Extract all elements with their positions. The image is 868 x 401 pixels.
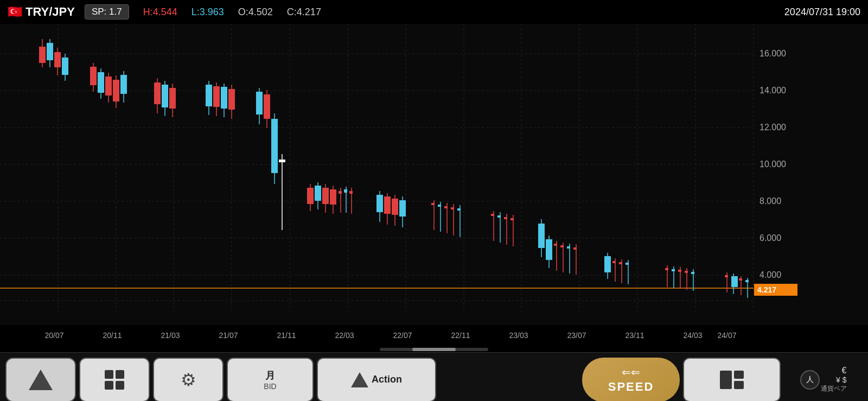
open-value: O:4.502 [238, 7, 273, 18]
svg-rect-69 [279, 160, 285, 162]
svg-text:24/03: 24/03 [683, 331, 702, 340]
up-arrow-icon [29, 370, 53, 390]
svg-rect-89 [392, 199, 398, 215]
svg-rect-139 [691, 272, 694, 274]
chart-container: 16.000 14.000 12.000 10.000 8.000 6.000 … [0, 24, 868, 325]
svg-rect-95 [438, 205, 441, 207]
svg-rect-111 [538, 224, 545, 248]
grid-cell [116, 370, 124, 379]
svg-rect-35 [54, 52, 61, 67]
svg-rect-119 [567, 246, 570, 249]
svg-rect-145 [739, 278, 742, 281]
scroll-thumb[interactable] [412, 348, 456, 351]
svg-rect-127 [619, 262, 622, 264]
svg-rect-125 [612, 261, 616, 263]
svg-rect-67 [271, 119, 278, 173]
svg-rect-57 [213, 86, 220, 107]
svg-rect-103 [491, 214, 494, 216]
svg-rect-135 [678, 270, 681, 272]
svg-text:20/11: 20/11 [103, 331, 122, 340]
currency-symbols: ¥ $ [836, 375, 846, 384]
svg-text:4.000: 4.000 [760, 270, 781, 279]
layout-button[interactable] [683, 358, 781, 402]
svg-rect-143 [731, 276, 738, 287]
svg-rect-45 [113, 80, 119, 101]
svg-text:22/11: 22/11 [451, 331, 470, 340]
svg-text:10.000: 10.000 [760, 160, 786, 169]
svg-rect-131 [665, 268, 668, 270]
svg-rect-43 [105, 77, 112, 96]
svg-rect-37 [62, 58, 68, 75]
grid-button[interactable] [79, 358, 150, 402]
svg-rect-141 [725, 275, 728, 277]
svg-rect-83 [349, 191, 353, 194]
chart-svg: 16.000 14.000 12.000 10.000 8.000 6.000 … [0, 24, 868, 325]
speed-label: SPEED [608, 380, 654, 394]
grid-icon [105, 370, 124, 390]
low-value: L:3.963 [192, 7, 224, 18]
svg-text:4.217: 4.217 [757, 285, 776, 294]
svg-rect-79 [339, 191, 342, 194]
svg-rect-53 [169, 88, 176, 109]
grid-cell [105, 370, 113, 379]
svg-rect-59 [221, 87, 227, 109]
svg-text:14.000: 14.000 [760, 86, 786, 95]
layout-icon [720, 371, 744, 389]
currency-euro: € [842, 366, 847, 375]
svg-text:21/11: 21/11 [277, 331, 296, 340]
svg-rect-113 [546, 239, 552, 260]
header: 🇹🇷 TRY/JPY SP: 1.7 H:4.544 L:3.963 O:4.5… [0, 0, 868, 24]
svg-rect-75 [322, 188, 329, 204]
svg-rect-105 [497, 215, 501, 218]
gear-icon: ⚙ [181, 370, 196, 390]
toolbar: ⚙ 月 BID Action ⇐⇐ SPEED 人 [0, 352, 868, 401]
currency-pair-button[interactable]: 人 € ¥ $ 通貨ペア [784, 358, 863, 402]
svg-rect-39 [90, 67, 97, 85]
svg-rect-41 [98, 72, 104, 93]
svg-rect-85 [376, 195, 383, 212]
svg-text:20/07: 20/07 [44, 331, 63, 340]
svg-text:21/03: 21/03 [161, 331, 180, 340]
svg-text:8.000: 8.000 [760, 196, 781, 206]
settings-button[interactable]: ⚙ [153, 358, 224, 402]
svg-text:6.000: 6.000 [760, 233, 781, 243]
svg-rect-65 [264, 94, 270, 119]
svg-rect-115 [554, 244, 557, 246]
up-button[interactable] [5, 358, 76, 402]
grid-cell [116, 381, 124, 390]
svg-rect-137 [685, 271, 688, 273]
svg-rect-55 [206, 85, 212, 106]
x-axis: 20/07 20/11 21/03 21/07 21/11 22/03 22/0… [0, 325, 868, 346]
svg-text:22/07: 22/07 [393, 331, 412, 340]
pair-name: TRY/JPY [25, 5, 75, 19]
svg-rect-33 [47, 43, 53, 60]
svg-rect-61 [228, 89, 235, 110]
svg-text:24/07: 24/07 [717, 331, 736, 340]
grid-cell [105, 381, 113, 390]
svg-rect-121 [573, 247, 577, 250]
pair-label: 🇹🇷 TRY/JPY [8, 5, 75, 19]
header-datetime: 2024/07/31 19:00 [784, 7, 860, 18]
sp-badge: SP: 1.7 [85, 4, 129, 20]
close-value: C:4.217 [287, 7, 321, 18]
svg-text:23/11: 23/11 [625, 331, 644, 340]
speed-button[interactable]: ⇐⇐ SPEED [582, 358, 680, 402]
flag-icon: 🇹🇷 [8, 5, 22, 19]
bid-top-label: 月 [265, 369, 275, 382]
action-triangle-icon [351, 372, 368, 387]
svg-rect-87 [384, 196, 391, 214]
svg-rect-147 [745, 280, 749, 282]
svg-rect-31 [39, 47, 46, 63]
svg-rect-97 [444, 206, 448, 208]
bid-button[interactable]: 月 BID [227, 358, 314, 402]
svg-rect-81 [344, 189, 347, 193]
scrollbar[interactable] [380, 348, 488, 351]
svg-rect-109 [510, 218, 514, 220]
svg-text:21/07: 21/07 [219, 331, 238, 340]
action-label: Action [372, 374, 402, 385]
svg-text:22/03: 22/03 [335, 331, 354, 340]
action-button[interactable]: Action [317, 358, 436, 402]
svg-rect-49 [154, 82, 161, 104]
svg-text:12.000: 12.000 [760, 123, 786, 132]
svg-rect-91 [399, 200, 406, 217]
